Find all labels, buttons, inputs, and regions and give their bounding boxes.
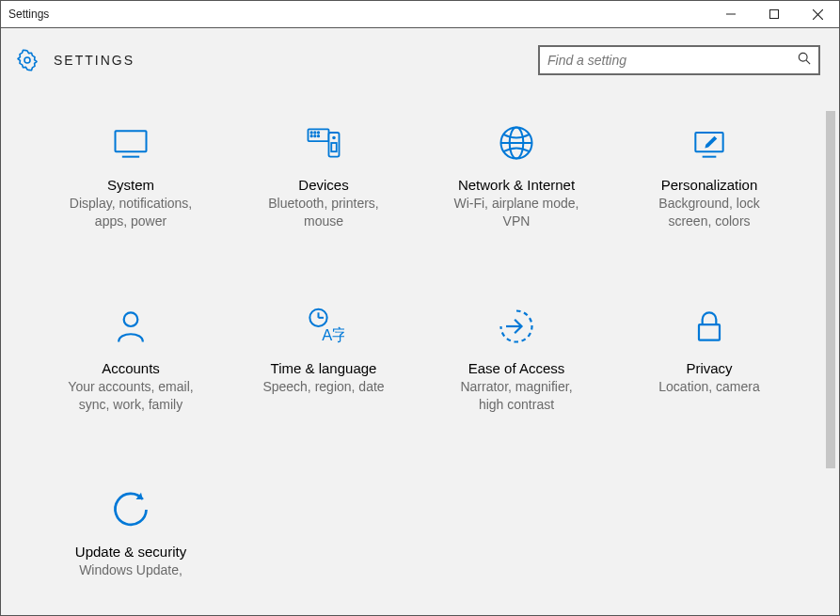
window-body: SETTINGS SystemDisplay, notifications, a… bbox=[0, 28, 840, 616]
tile-title: Update & security bbox=[75, 544, 186, 560]
scrollbar-thumb[interactable] bbox=[826, 111, 835, 468]
tile-desc: Windows Update, bbox=[79, 561, 182, 579]
tile-network[interactable]: Network & InternetWi-Fi, airplane mode, … bbox=[420, 122, 613, 230]
tile-desc: Wi-Fi, airplane mode, VPN bbox=[453, 195, 578, 230]
svg-point-5 bbox=[799, 53, 807, 61]
content-area: SystemDisplay, notifications, apps, powe… bbox=[1, 85, 839, 615]
gear-icon bbox=[16, 49, 39, 71]
tile-system[interactable]: SystemDisplay, notifications, apps, powe… bbox=[35, 122, 228, 230]
page-title: SETTINGS bbox=[54, 53, 135, 68]
svg-point-10 bbox=[310, 132, 311, 133]
tile-title: Network & Internet bbox=[458, 177, 575, 193]
tile-desc: Display, notifications, apps, power bbox=[70, 195, 192, 230]
tile-title: Personalization bbox=[661, 177, 758, 193]
maximize-icon bbox=[769, 9, 779, 19]
tile-desc: Speech, region, date bbox=[262, 378, 384, 396]
tile-desc: Background, lock screen, colors bbox=[658, 195, 759, 230]
tile-time[interactable]: A字Time & languageSpeech, region, date bbox=[228, 306, 420, 414]
system-icon bbox=[110, 122, 151, 164]
svg-point-12 bbox=[318, 132, 319, 133]
svg-point-11 bbox=[314, 132, 315, 133]
search-box[interactable] bbox=[538, 45, 820, 75]
personalization-icon bbox=[689, 122, 730, 164]
ease-icon bbox=[496, 306, 537, 347]
close-icon bbox=[813, 9, 823, 20]
window-controls bbox=[709, 1, 839, 27]
accounts-icon bbox=[110, 306, 151, 347]
network-icon bbox=[496, 122, 537, 164]
svg-rect-30 bbox=[699, 324, 720, 340]
tile-title: Devices bbox=[298, 177, 348, 193]
tile-ease[interactable]: Ease of AccessNarrator, magnifier, high … bbox=[420, 306, 613, 414]
tile-title: Time & language bbox=[271, 360, 377, 376]
tile-accounts[interactable]: AccountsYour accounts, email, sync, work… bbox=[35, 306, 228, 414]
svg-point-15 bbox=[318, 135, 319, 136]
tile-desc: Bluetooth, printers, mouse bbox=[268, 195, 379, 230]
svg-rect-1 bbox=[770, 10, 779, 19]
time-icon: A字 bbox=[303, 306, 344, 347]
settings-grid: SystemDisplay, notifications, apps, powe… bbox=[35, 122, 806, 578]
header-left: SETTINGS bbox=[16, 49, 135, 71]
privacy-icon bbox=[689, 306, 730, 347]
maximize-button[interactable] bbox=[753, 1, 796, 27]
svg-point-14 bbox=[314, 135, 315, 136]
titlebar: Settings bbox=[0, 0, 840, 28]
tile-privacy[interactable]: PrivacyLocation, camera bbox=[613, 306, 806, 414]
tile-desc: Narrator, magnifier, high contrast bbox=[460, 378, 572, 414]
svg-rect-7 bbox=[116, 131, 147, 151]
window-title: Settings bbox=[8, 8, 49, 21]
svg-line-6 bbox=[806, 60, 810, 64]
search-icon bbox=[798, 52, 811, 69]
tile-devices[interactable]: DevicesBluetooth, printers, mouse bbox=[228, 122, 420, 230]
devices-icon bbox=[303, 122, 344, 164]
header: SETTINGS bbox=[1, 28, 839, 85]
tile-title: Privacy bbox=[686, 360, 732, 376]
tile-title: Ease of Access bbox=[468, 360, 565, 376]
minimize-icon bbox=[726, 9, 736, 19]
minimize-button[interactable] bbox=[709, 1, 753, 27]
update-icon bbox=[110, 489, 151, 530]
svg-point-13 bbox=[310, 135, 311, 136]
svg-point-17 bbox=[333, 137, 335, 139]
tile-personalization[interactable]: PersonalizationBackground, lock screen, … bbox=[613, 122, 806, 230]
search-input[interactable] bbox=[547, 53, 798, 68]
tile-title: System bbox=[107, 177, 154, 193]
close-button[interactable] bbox=[796, 1, 839, 27]
tile-title: Accounts bbox=[102, 360, 160, 376]
svg-text:A字: A字 bbox=[322, 325, 344, 342]
svg-point-24 bbox=[124, 312, 138, 326]
svg-point-4 bbox=[24, 57, 30, 63]
scrollbar[interactable] bbox=[824, 111, 837, 613]
tile-desc: Your accounts, email, sync, work, family bbox=[68, 378, 193, 414]
tile-desc: Location, camera bbox=[658, 378, 759, 396]
tile-update[interactable]: Update & securityWindows Update, bbox=[35, 489, 228, 579]
